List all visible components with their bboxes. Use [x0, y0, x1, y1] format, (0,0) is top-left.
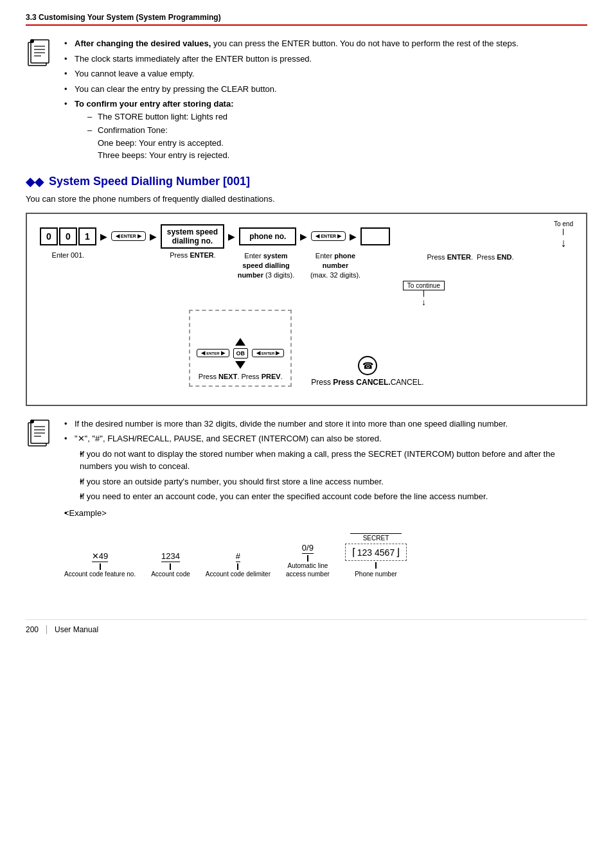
note2-item-5: If you need to enter an account code, yo… [80, 490, 587, 503]
sub-list-1: The STORE button light: Lights red Confi… [75, 111, 519, 162]
note-item-1: After changing the desired values, you c… [64, 37, 519, 50]
nav-up [235, 338, 245, 346]
cancel-area: ☎ Press Press CANCEL.CANCEL. [311, 310, 423, 387]
diagram-labels-row: Enter 001. Press ENTER. Enter systemspee… [40, 251, 573, 281]
ex-lbl-1: Account code feature no. [64, 570, 136, 578]
step4-col: Enter phonenumber(max. 32 digits). [303, 251, 368, 281]
secret-value: 123 4567 [357, 547, 395, 558]
note2-item-6: <Example> [64, 507, 587, 520]
ex-item-4: 0/9 Automatic line access number [286, 543, 330, 578]
ex-item-1: ✕49 Account code feature no. [64, 551, 136, 578]
bracket-right: ⌋ [396, 546, 400, 558]
phone-icon-circle: ☎ [358, 356, 377, 375]
press-next-prev-label: Press NEXT. Press PREV. [199, 373, 283, 380]
secret-sublabel: Phone number [355, 570, 397, 578]
step1-label: Enter 001. [52, 251, 85, 259]
nav-down [235, 361, 245, 369]
secret-item: SECRET ⌈ 123 4567 ⌋ Phone number [345, 533, 407, 578]
step3-col: Press ENTER. [154, 251, 231, 259]
digit-box-1: 0 [59, 227, 77, 245]
box1-line2: dialling no. [167, 236, 218, 245]
sub-item-1: The STORE button light: Lights red [87, 111, 519, 123]
note-icon-2 [26, 418, 57, 448]
ex-val-1: ✕49 [92, 551, 108, 562]
enter-button-2: ◀ ENTER ▶ [311, 231, 346, 241]
ex-lbl-2: Account code [151, 570, 190, 578]
ex-val-3: # [236, 551, 240, 562]
arrow-3: ▶ [228, 231, 235, 242]
svg-point-13 [30, 420, 34, 423]
section-header: 3.3 Customising Your System (System Prog… [26, 13, 587, 26]
digit-box-2: 1 [78, 227, 96, 245]
note-item-5: To confirm your entry after storing data… [64, 98, 519, 162]
arrow-4: ▶ [300, 231, 307, 242]
header-section-title: 3.3 Customising Your System (System Prog… [26, 13, 221, 22]
svg-rect-8 [31, 420, 49, 443]
system-speed-box: system speed dialling no. [161, 224, 224, 249]
step1-col: Enter 001. [40, 251, 96, 259]
blank-box [360, 227, 390, 245]
phone-no-box: phone no. [239, 227, 296, 245]
diagram-top-row: 0 0 1 ▶ ◀ ENTER ▶ ▶ system speed diallin… [40, 224, 573, 249]
note-item-4: You can clear the entry by pressing the … [64, 83, 519, 96]
step2-label: Press ENTER. [170, 251, 216, 259]
arrow-2: ▶ [150, 231, 157, 242]
note-block-1: After changing the desired values, you c… [26, 37, 587, 164]
to-continue-label: To continue [403, 281, 445, 290]
ex-val-4: 0/9 [302, 543, 314, 554]
enter-label-1: ENTER [121, 234, 136, 238]
enter-button-1: ◀ ENTER ▶ [111, 231, 146, 241]
secret-box: ⌈ 123 4567 ⌋ [345, 544, 407, 561]
note-text-1: you can press the ENTER button. You do n… [211, 39, 518, 48]
svg-point-6 [30, 39, 34, 43]
ex-lbl-4: Automatic line access number [286, 562, 330, 578]
example-section: ✕49 Account code feature no. 1234 Accoun… [64, 533, 587, 581]
footer-separator [46, 625, 47, 634]
footer-manual-label: User Manual [55, 625, 98, 634]
arrow-5: ▶ [350, 231, 357, 242]
section-title-row: ◆◆ System Speed Dialling Number [001] [26, 175, 587, 189]
digit-group: 0 0 1 [40, 227, 96, 245]
page-number: 200 [26, 625, 39, 634]
to-continue-area: To continue ↓ [40, 281, 573, 307]
nav-enter-btn: ◀ENTER▶ [197, 349, 229, 357]
nav-diagram-area: ◀ENTER▶ OB ◀ENTER▶ Press NEXT. Press PRE… [40, 310, 573, 387]
diamonds-icon: ◆◆ [26, 175, 44, 189]
note2-item-4: If you store an outside party's number, … [80, 475, 587, 488]
digit-box-0: 0 [40, 227, 58, 245]
step5-col: Press ENTER. Press END. [368, 251, 573, 264]
section-title-text: System Speed Dialling Number [001] [49, 175, 250, 188]
bracket-left: ⌈ [352, 546, 356, 558]
ex-item-3: # Account code delimiter [206, 551, 271, 578]
to-end-label: To end [554, 220, 573, 227]
note-icon-1 [26, 37, 57, 68]
secret-top: SECRET [345, 533, 407, 544]
note-item-3: You cannot leave a value empty. [64, 67, 519, 80]
ex-bracket-line-5 [375, 562, 377, 569]
note2-item-1: If the desired number is more than 32 di… [64, 418, 587, 430]
phone-no-label: phone no. [249, 232, 286, 241]
section-subtitle: You can store the phone numbers of frequ… [26, 194, 587, 204]
ob-btn: OB [233, 348, 249, 359]
to-end-annotation: To end ↓ [554, 220, 573, 250]
step3-label-col: Enter systemspeed diallingnumber (3 digi… [234, 251, 298, 281]
press-cancel-label: Press Press CANCEL.CANCEL. [311, 378, 423, 387]
note-bold-1: After changing the desired values, [75, 39, 211, 48]
note2-item-3: If you do not want to display the stored… [80, 448, 587, 473]
enter-label-2: ENTER [321, 234, 336, 238]
sub-item-2: Confirmation Tone:One beep: Your entry i… [87, 124, 519, 162]
note-block-2: If the desired number is more than 32 di… [26, 418, 587, 522]
page-footer: 200 User Manual [26, 619, 587, 634]
box1-line1: system speed [167, 227, 218, 236]
ex-bracket-line-1 [100, 563, 101, 570]
ex-val-2: 1234 [161, 551, 180, 562]
note-bold-5: To confirm your entry after storing data… [75, 99, 234, 109]
note-list-1: After changing the desired values, you c… [64, 37, 519, 164]
ex-lbl-3: Account code delimiter [206, 570, 271, 578]
ex-bracket-line-3 [237, 563, 238, 570]
example-row: ✕49 Account code feature no. 1234 Accoun… [64, 533, 587, 581]
nav-enter-btn-2: ◀ENTER▶ [252, 349, 284, 357]
ex-bracket-line-2 [170, 563, 171, 570]
arrow-1: ▶ [100, 231, 107, 242]
display-area: ◀ENTER▶ OB ◀ENTER▶ Press NEXT. Press PRE… [189, 310, 292, 387]
